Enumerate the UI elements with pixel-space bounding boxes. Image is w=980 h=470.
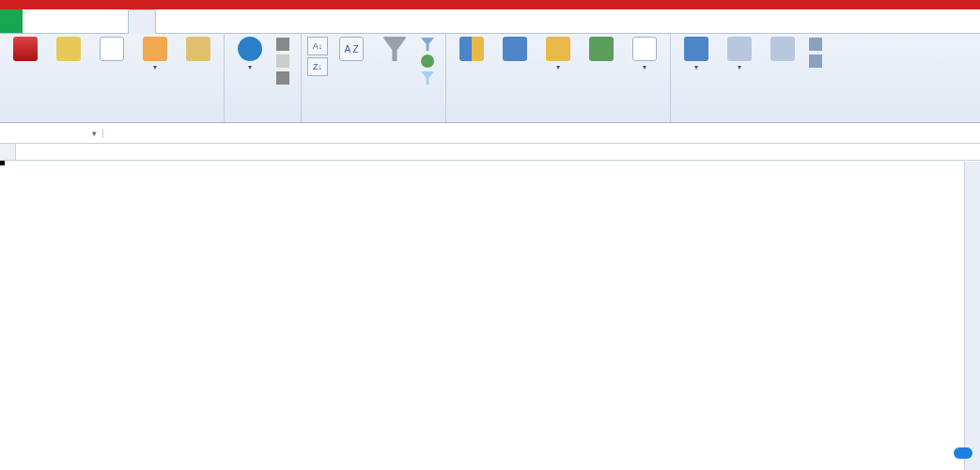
tab-home[interactable] [23, 9, 49, 33]
from-text-button[interactable] [92, 37, 132, 62]
group-label-datatools [452, 119, 664, 122]
text-icon [100, 37, 124, 61]
reapply-button[interactable] [418, 54, 440, 69]
ungroup-button[interactable]: ▾ [720, 37, 759, 71]
subtotal-icon [770, 37, 795, 61]
chevron-down-icon: ▾ [153, 63, 157, 71]
clear-filter-button[interactable] [418, 37, 440, 52]
advanced-icon [421, 71, 434, 85]
sort-desc-icon[interactable]: Z↓ [307, 57, 328, 76]
advanced-filter-button[interactable] [418, 70, 440, 86]
filter-button[interactable] [375, 37, 414, 62]
vertical-scrollbar[interactable] [964, 162, 980, 470]
link-icon [276, 38, 289, 51]
other-source-icon [143, 37, 167, 61]
chevron-down-icon[interactable]: ▾ [92, 129, 97, 138]
tab-layout[interactable] [75, 9, 101, 33]
properties-icon [276, 55, 289, 68]
tab-review[interactable] [156, 9, 182, 33]
sort-asc-icon[interactable]: A↓ [307, 37, 328, 55]
sort-button[interactable]: A Z [332, 37, 371, 62]
consolidate-icon [589, 37, 614, 61]
tab-insert[interactable] [49, 9, 75, 33]
select-all-corner[interactable] [0, 144, 16, 160]
tab-view[interactable] [182, 9, 209, 33]
chevron-down-icon: ▾ [643, 63, 646, 71]
ribbon: ▾ ▾ A↓ Z↓ A Z [0, 34, 980, 123]
tab-formula[interactable] [101, 9, 128, 33]
watermark [948, 447, 972, 461]
sort-icon: A Z [339, 37, 364, 61]
chevron-down-icon: ▾ [248, 63, 252, 71]
spreadsheet[interactable] [0, 144, 980, 161]
name-box[interactable]: ▾ [0, 129, 103, 138]
from-access-button[interactable] [6, 37, 45, 62]
validation-icon [546, 37, 570, 61]
split-icon [459, 37, 484, 61]
whatif-icon [632, 37, 657, 61]
group-label-extdata [6, 119, 218, 122]
tab-pdf[interactable] [209, 9, 235, 33]
group-label-sortfilter [307, 119, 440, 122]
connections-button[interactable] [273, 37, 295, 52]
clear-icon [421, 38, 434, 51]
chevron-down-icon: ▾ [738, 63, 741, 71]
refresh-all-button[interactable]: ▾ [230, 37, 270, 71]
from-web-button[interactable] [49, 37, 88, 62]
chevron-down-icon: ▾ [556, 63, 560, 71]
refresh-icon [238, 37, 262, 61]
group-button[interactable]: ▾ [677, 37, 716, 71]
existing-conn-button[interactable] [179, 37, 218, 62]
tab-data[interactable] [128, 9, 156, 34]
ungroup-icon [727, 37, 752, 61]
text-to-columns-button[interactable] [452, 37, 491, 62]
group-label-outline [677, 119, 828, 122]
show-detail-button[interactable] [806, 37, 828, 52]
hide-icon [809, 55, 822, 68]
connection-icon [186, 37, 210, 61]
filter-icon [382, 37, 407, 61]
hide-detail-button[interactable] [806, 54, 828, 69]
tab-file[interactable] [0, 9, 23, 33]
data-validation-button[interactable]: ▾ [538, 37, 578, 71]
watermark-tag [954, 447, 972, 459]
access-icon [13, 37, 38, 61]
edit-links-button[interactable] [273, 70, 295, 86]
dedup-icon [503, 37, 527, 61]
from-other-button[interactable]: ▾ [135, 37, 175, 71]
properties-button[interactable] [273, 54, 295, 69]
whatif-button[interactable]: ▾ [625, 37, 664, 71]
edit-link-icon [276, 71, 289, 85]
group-label-conn [230, 119, 295, 122]
chevron-down-icon: ▾ [694, 63, 698, 71]
formula-bar: ▾ [0, 123, 980, 144]
ribbon-tabs [0, 9, 980, 34]
web-icon [56, 37, 81, 61]
group-icon [684, 37, 708, 61]
remove-duplicates-button[interactable] [495, 37, 535, 62]
show-icon [809, 38, 822, 51]
subtotal-button[interactable] [763, 37, 802, 62]
consolidate-button[interactable] [582, 37, 621, 62]
reapply-icon [421, 55, 434, 68]
